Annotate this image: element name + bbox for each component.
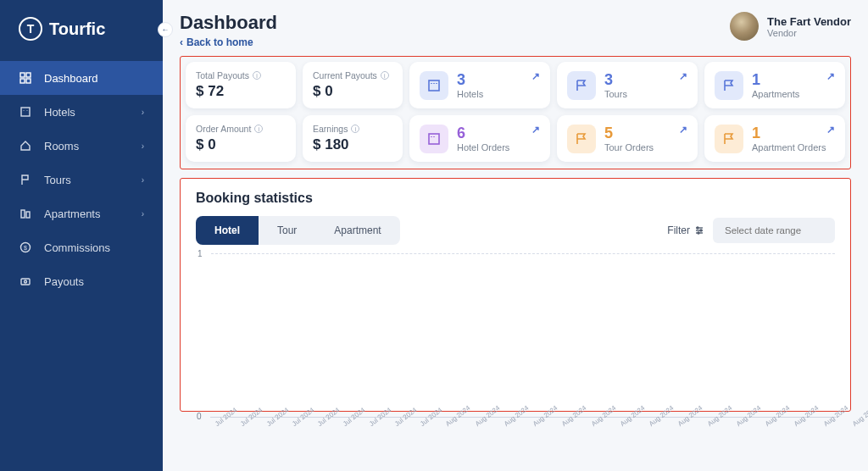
stats-tabs: Hotel Tour Apartment (196, 216, 400, 245)
hotel-icon (19, 105, 32, 119)
tours-count: 3 (604, 72, 627, 87)
order-amount-label: Order Amount (196, 124, 251, 134)
card-apartments[interactable]: 1Apartments ↗ (704, 62, 845, 108)
card-tours[interactable]: 3Tours ↗ (557, 62, 698, 108)
info-icon[interactable]: i (254, 125, 263, 133)
filter-button[interactable]: Filter (667, 224, 704, 236)
page-header: Dashboard ‹ Back to home The Fart Vendor… (180, 12, 851, 49)
sliders-icon (694, 225, 704, 236)
card-current-payouts: Current Payoutsi $ 0 (303, 62, 403, 108)
card-hotels[interactable]: 3Hotels ↗ (409, 62, 550, 108)
nav-rooms[interactable]: Rooms › (0, 129, 163, 163)
hotels-label: Hotels (457, 89, 483, 99)
svg-rect-11 (21, 279, 30, 285)
svg-point-25 (698, 232, 699, 234)
apartments-label: Apartments (752, 89, 799, 99)
external-link-icon: ↗ (826, 70, 835, 82)
date-range-input[interactable] (713, 218, 835, 243)
nav-apartments[interactable]: Apartments › (0, 197, 163, 230)
tab-hotel[interactable]: Hotel (196, 216, 259, 245)
earnings-value: $ 180 (313, 136, 392, 153)
x-axis-labels: Jul 2024Jul 2024Jul 2024Jul 2024Jul 2024… (214, 422, 836, 429)
stats-title: Booking statistics (196, 191, 835, 206)
nav-label: Apartments (44, 208, 100, 220)
logo-icon: T (19, 17, 42, 41)
info-icon[interactable]: i (381, 71, 389, 80)
nav-label: Tours (44, 174, 71, 186)
brand-text: Tourfic (49, 19, 105, 39)
tab-tour[interactable]: Tour (259, 216, 315, 245)
apartment-orders-count: 1 (752, 125, 826, 141)
x-tick-label: Aug 2024 (851, 404, 868, 428)
svg-rect-2 (20, 79, 25, 83)
hotel-orders-label: Hotel Orders (457, 142, 509, 152)
booking-stats-panel: Booking statistics Hotel Tour Apartment … (180, 178, 851, 412)
card-hotel-orders[interactable]: 6Hotel Orders ↗ (409, 115, 550, 162)
external-link-icon: ↗ (531, 70, 540, 82)
nav-label: Rooms (44, 140, 79, 152)
card-apartment-orders[interactable]: 1Apartment Orders ↗ (704, 115, 845, 162)
current-payouts-label: Current Payouts (313, 70, 377, 80)
svg-rect-4 (21, 108, 30, 116)
current-payouts-value: $ 0 (313, 83, 392, 100)
user-menu[interactable]: The Fart Vendor Vendor (730, 12, 851, 41)
main-content: Dashboard ‹ Back to home The Fart Vendor… (163, 0, 868, 471)
svg-point-12 (25, 280, 27, 283)
svg-rect-0 (20, 73, 25, 77)
order-amount-value: $ 0 (196, 136, 286, 153)
apartment-orders-label: Apartment Orders (752, 142, 826, 152)
chevron-right-icon: › (142, 175, 144, 185)
svg-rect-8 (26, 212, 30, 218)
info-icon[interactable]: i (351, 125, 359, 133)
payouts-icon (19, 274, 32, 288)
back-label: Back to home (186, 36, 253, 48)
svg-rect-7 (21, 210, 25, 218)
commissions-icon: $ (19, 241, 32, 254)
chevron-left-icon: ‹ (180, 36, 183, 48)
hotel-icon (420, 125, 448, 153)
external-link-icon: ↗ (679, 124, 687, 136)
total-payouts-value: $ 72 (196, 83, 286, 100)
card-order-amount: Order Amounti $ 0 (186, 115, 296, 162)
info-icon[interactable]: i (253, 71, 261, 80)
sidebar: T Tourfic Dashboard Hotels › Rooms › Tou… (0, 0, 163, 471)
chevron-right-icon: › (142, 108, 144, 117)
nav-label: Dashboard (44, 72, 98, 85)
dashboard-icon (19, 71, 32, 85)
card-earnings: Earningsi $ 180 (303, 115, 403, 162)
y-tick: 1 (198, 249, 203, 258)
brand-logo[interactable]: T Tourfic (0, 0, 163, 61)
nav-dashboard[interactable]: Dashboard (0, 61, 163, 95)
svg-rect-3 (26, 79, 31, 83)
nav-tours[interactable]: Tours › (0, 163, 163, 197)
tour-orders-count: 5 (604, 125, 654, 141)
chevron-right-icon: › (142, 209, 144, 219)
total-payouts-label: Total Payouts (196, 70, 249, 80)
card-tour-orders[interactable]: 5Tour Orders ↗ (557, 115, 698, 162)
nav-hotels[interactable]: Hotels › (0, 95, 163, 129)
svg-point-24 (700, 230, 702, 231)
nav-commissions[interactable]: $ Commissions (0, 230, 163, 264)
y-tick: 0 (197, 412, 202, 421)
apartments-count: 1 (752, 72, 799, 87)
hotel-orders-count: 6 (457, 125, 509, 141)
svg-rect-17 (429, 134, 439, 144)
nav-label: Hotels (44, 106, 75, 119)
summary-highlight: Total Payoutsi $ 72 Current Payoutsi $ 0… (180, 56, 851, 169)
hotel-icon (420, 71, 448, 100)
sidebar-nav: Dashboard Hotels › Rooms › Tours › Apart… (0, 61, 163, 298)
svg-point-23 (697, 227, 698, 229)
external-link-icon: ↗ (826, 124, 835, 136)
avatar (730, 12, 759, 41)
tour-orders-label: Tour Orders (604, 142, 654, 152)
svg-text:$: $ (24, 245, 27, 251)
back-link[interactable]: ‹ Back to home (180, 36, 253, 48)
rooms-icon (19, 139, 32, 152)
earnings-label: Earnings (313, 124, 348, 134)
flag-icon (567, 125, 596, 153)
user-role: Vendor (767, 28, 851, 38)
tab-apartment[interactable]: Apartment (315, 216, 399, 245)
nav-payouts[interactable]: Payouts (0, 264, 163, 298)
flag-icon (567, 71, 596, 100)
flag-icon (715, 125, 743, 153)
